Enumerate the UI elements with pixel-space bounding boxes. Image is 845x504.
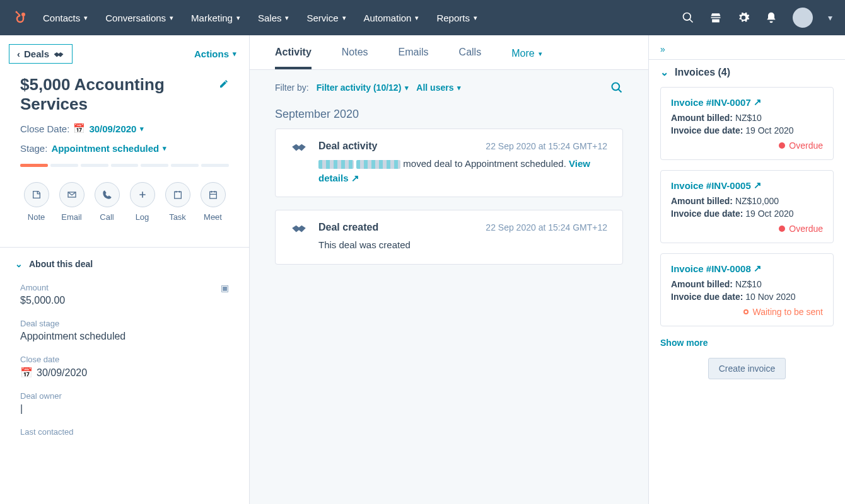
stage-label: Stage: bbox=[20, 143, 47, 154]
invoice-billed: Amount billed: NZ$10,000 bbox=[671, 196, 823, 206]
currency-settings-icon[interactable]: ▣ bbox=[221, 283, 229, 293]
amount-label: Amount bbox=[20, 283, 65, 292]
tab-activity[interactable]: Activity bbox=[275, 47, 312, 69]
last-contacted-label: Last contacted bbox=[20, 427, 229, 437]
nav-items: Contacts Conversations Marketing Sales S… bbox=[43, 13, 682, 23]
invoice-due: Invoice due date: 10 Nov 2020 bbox=[671, 292, 823, 302]
activity-title: Deal created bbox=[318, 222, 378, 233]
chevron-left-icon: ‹ bbox=[17, 49, 20, 59]
invoice-status: Overdue bbox=[671, 140, 823, 151]
external-link-icon: ↗ bbox=[754, 96, 762, 108]
settings-icon[interactable] bbox=[737, 11, 750, 24]
invoice-link[interactable]: Invoice #INV-0005 ↗ bbox=[671, 180, 762, 191]
calendar-icon: 📅 bbox=[20, 367, 33, 379]
chevron-down-icon: ⌄ bbox=[660, 66, 668, 78]
activity-tabs: Activity Notes Emails Calls More bbox=[250, 35, 648, 70]
stage-value[interactable]: Appointment scheduled bbox=[51, 143, 166, 154]
activity-card: Deal created 22 Sep 2020 at 15:24 GMT+12… bbox=[275, 210, 623, 265]
activity-description: This deal was created bbox=[318, 238, 607, 253]
nav-right: ▾ bbox=[682, 8, 832, 28]
nav-contacts[interactable]: Contacts bbox=[43, 13, 88, 23]
expand-panel-icon[interactable]: » bbox=[649, 44, 845, 59]
amount-value: $5,000.00 bbox=[20, 295, 65, 306]
nav-reports[interactable]: Reports bbox=[436, 13, 477, 23]
invoices-section-toggle[interactable]: ⌄ Invoices (4) bbox=[649, 59, 845, 87]
svg-point-0 bbox=[21, 13, 25, 16]
create-invoice-button[interactable]: Create invoice bbox=[708, 358, 786, 379]
search-icon[interactable] bbox=[682, 11, 694, 24]
nav-automation[interactable]: Automation bbox=[364, 13, 419, 23]
redacted-user bbox=[318, 160, 354, 169]
close-date-field-label: Close date bbox=[20, 355, 229, 364]
handshake-icon bbox=[291, 222, 307, 253]
activity-card: Deal activity 22 Sep 2020 at 15:24 GMT+1… bbox=[275, 129, 623, 197]
invoice-status: Overdue bbox=[671, 224, 823, 234]
about-this-deal-toggle[interactable]: ⌄ About this deal bbox=[0, 248, 249, 277]
action-buttons-row: Note Email Call Log Task Meet bbox=[20, 182, 229, 222]
right-panel: » ⌄ Invoices (4) Invoice #INV-0007 ↗Amou… bbox=[648, 35, 845, 504]
email-button[interactable] bbox=[59, 182, 84, 207]
tab-emails[interactable]: Emails bbox=[399, 47, 429, 69]
activity-timestamp: 22 Sep 2020 at 15:24 GMT+12 bbox=[486, 222, 607, 232]
nav-service[interactable]: Service bbox=[306, 13, 346, 23]
handshake-icon bbox=[53, 50, 64, 59]
invoice-billed: Amount billed: NZ$10 bbox=[671, 279, 823, 289]
invoice-card: Invoice #INV-0007 ↗Amount billed: NZ$10I… bbox=[660, 87, 834, 160]
svg-rect-4 bbox=[174, 192, 181, 199]
hubspot-logo bbox=[13, 10, 28, 25]
invoice-link[interactable]: Invoice #INV-0007 ↗ bbox=[671, 96, 762, 108]
svg-point-6 bbox=[612, 83, 620, 91]
top-nav: Contacts Conversations Marketing Sales S… bbox=[0, 0, 845, 35]
filter-activity-dropdown[interactable]: Filter activity (10/12) bbox=[317, 83, 409, 93]
log-button[interactable] bbox=[130, 182, 155, 207]
close-date-field-value: 📅30/09/2020 bbox=[20, 367, 229, 379]
meet-button[interactable] bbox=[201, 182, 226, 207]
filter-by-label: Filter by: bbox=[275, 83, 309, 93]
tab-more[interactable]: More bbox=[511, 47, 542, 69]
deal-stage-field-label: Deal stage bbox=[20, 319, 229, 328]
activity-timestamp: 22 Sep 2020 at 15:24 GMT+12 bbox=[486, 141, 607, 151]
nav-conversations[interactable]: Conversations bbox=[105, 13, 173, 23]
activity-title: Deal activity bbox=[318, 140, 377, 152]
task-button[interactable] bbox=[165, 182, 190, 207]
activity-panel: Activity Notes Emails Calls More Filter … bbox=[250, 35, 648, 504]
filter-users-dropdown[interactable]: All users bbox=[416, 83, 461, 93]
tab-notes[interactable]: Notes bbox=[342, 47, 368, 69]
handshake-icon bbox=[291, 140, 307, 185]
external-link-icon: ↗ bbox=[754, 180, 762, 191]
activity-search-icon[interactable] bbox=[610, 81, 623, 94]
account-dropdown[interactable]: ▾ bbox=[828, 13, 832, 23]
activity-description: moved deal to Appointment scheduled. Vie… bbox=[318, 157, 607, 185]
deal-stage-field-value: Appointment scheduled bbox=[20, 331, 229, 342]
back-to-deals-button[interactable]: ‹ Deals bbox=[9, 44, 73, 64]
deal-owner-value: | bbox=[20, 403, 229, 415]
actions-dropdown[interactable]: Actions bbox=[194, 49, 236, 59]
deal-owner-label: Deal owner bbox=[20, 391, 229, 401]
note-button[interactable] bbox=[24, 182, 49, 207]
invoice-due: Invoice due date: 19 Oct 2020 bbox=[671, 209, 823, 219]
close-date-label: Close Date: bbox=[20, 123, 69, 134]
edit-icon[interactable] bbox=[219, 79, 229, 89]
deal-title: $5,000 Accounting Services bbox=[20, 75, 197, 114]
redacted-user bbox=[356, 160, 400, 169]
user-avatar[interactable] bbox=[793, 8, 813, 28]
close-date-value[interactable]: 30/09/2020 bbox=[89, 123, 144, 134]
call-button[interactable] bbox=[95, 182, 120, 207]
invoice-status: Waiting to be sent bbox=[671, 307, 823, 317]
external-link-icon: ↗ bbox=[754, 263, 762, 274]
marketplace-icon[interactable] bbox=[709, 11, 722, 24]
external-link-icon: ↗ bbox=[351, 173, 359, 183]
svg-point-2 bbox=[684, 13, 691, 21]
stage-progress-bar bbox=[20, 164, 229, 167]
tab-calls[interactable]: Calls bbox=[459, 47, 482, 69]
notifications-icon[interactable] bbox=[765, 11, 778, 24]
nav-sales[interactable]: Sales bbox=[258, 13, 289, 23]
invoice-card: Invoice #INV-0005 ↗Amount billed: NZ$10,… bbox=[660, 170, 834, 243]
activity-month-label: September 2020 bbox=[250, 105, 648, 129]
invoice-card: Invoice #INV-0008 ↗Amount billed: NZ$10I… bbox=[660, 253, 834, 326]
show-more-link[interactable]: Show more bbox=[649, 336, 845, 358]
invoice-billed: Amount billed: NZ$10 bbox=[671, 113, 823, 123]
chevron-down-icon: ⌄ bbox=[15, 259, 23, 269]
nav-marketing[interactable]: Marketing bbox=[191, 13, 240, 23]
invoice-link[interactable]: Invoice #INV-0008 ↗ bbox=[671, 263, 762, 274]
